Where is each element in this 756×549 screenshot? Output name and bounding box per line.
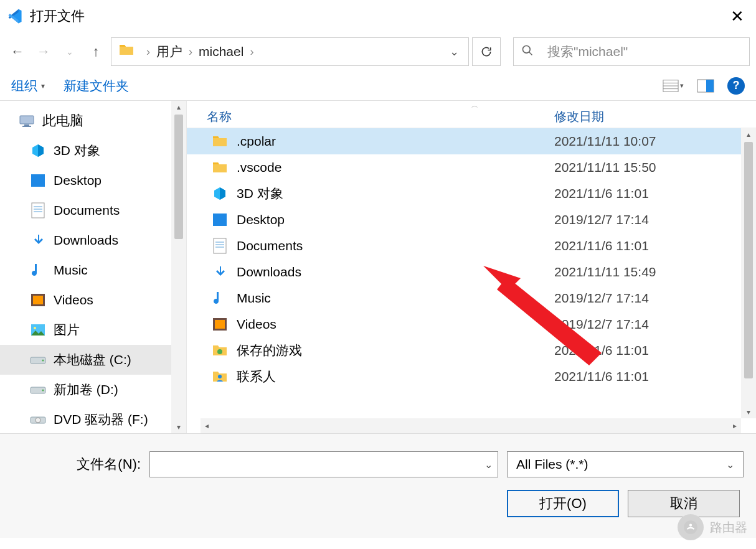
- sidebar-item[interactable]: 本地磁盘 (C:): [0, 345, 186, 375]
- file-name: Desktop: [237, 212, 285, 227]
- filename-input[interactable]: ⌄: [149, 451, 498, 477]
- sort-indicator-icon: ︿: [471, 101, 478, 110]
- chevron-down-icon: ▾: [41, 82, 45, 90]
- scroll-up-icon[interactable]: ▴: [177, 101, 181, 113]
- help-button[interactable]: ?: [727, 77, 745, 95]
- sidebar-item[interactable]: DVD 驱动器 (F:): [0, 405, 186, 433]
- svg-point-19: [34, 327, 36, 329]
- videos-icon: [212, 316, 228, 332]
- scroll-thumb[interactable]: [744, 142, 753, 378]
- sidebar-item[interactable]: 此电脑: [0, 106, 186, 136]
- svg-rect-17: [33, 296, 43, 304]
- sidebar-item-label: 本地磁盘 (C:): [54, 351, 131, 368]
- disk-icon: [30, 352, 46, 368]
- sidebar-item[interactable]: Downloads: [0, 225, 186, 255]
- file-name: 保存的游戏: [237, 342, 302, 359]
- forward-button[interactable]: →: [32, 40, 55, 63]
- file-row[interactable]: Downloads2021/11/11 15:49: [187, 259, 756, 285]
- desktop-icon: [212, 212, 228, 228]
- file-row[interactable]: Desktop2019/12/7 17:14: [187, 207, 756, 233]
- file-modified: 2021/11/6 11:01: [554, 369, 756, 384]
- sidebar-item[interactable]: 新加卷 (D:): [0, 375, 186, 405]
- sidebar-item[interactable]: 图片: [0, 315, 186, 345]
- toolbar: 组织▾ 新建文件夹 ▾ ?: [0, 71, 756, 101]
- svg-point-34: [218, 375, 222, 378]
- sidebar-item[interactable]: 3D 对象: [0, 136, 186, 166]
- file-row[interactable]: Music2019/12/7 17:14: [187, 285, 756, 311]
- pc-icon: [19, 113, 35, 129]
- file-list[interactable]: .cpolar2021/11/11 10:07.vscode2021/11/11…: [187, 128, 756, 433]
- sidebar-item[interactable]: Music: [0, 255, 186, 285]
- 3d-icon: [212, 185, 228, 202]
- file-row[interactable]: 保存的游戏2021/11/6 11:01: [187, 337, 756, 364]
- sidebar-item[interactable]: Desktop: [0, 166, 186, 195]
- chevron-down-icon: ⌄: [726, 459, 734, 471]
- search-input[interactable]: 搜索"michael": [513, 37, 750, 66]
- recent-dropdown[interactable]: ⌄: [59, 40, 81, 63]
- file-row[interactable]: .vscode2021/11/11 15:50: [187, 154, 756, 181]
- scroll-up-icon[interactable]: ▴: [747, 128, 750, 141]
- svg-rect-10: [22, 126, 31, 127]
- file-row[interactable]: 联系人2021/11/6 11:01: [187, 364, 756, 390]
- scroll-down-icon[interactable]: ▾: [747, 406, 750, 418]
- folder-icon: [119, 43, 136, 60]
- file-row[interactable]: Videos2019/12/7 17:14: [187, 311, 756, 337]
- refresh-button[interactable]: [472, 37, 501, 66]
- search-placeholder: 搜索"michael": [547, 43, 628, 60]
- content-scrollbar-vertical[interactable]: ▴ ▾: [741, 128, 756, 418]
- file-modified: 2021/11/11 15:50: [554, 160, 756, 175]
- file-row[interactable]: Documents2021/11/6 11:01: [187, 233, 756, 259]
- svg-rect-11: [31, 174, 45, 187]
- sidebar-item-label: 此电脑: [42, 111, 83, 130]
- preview-pane-button[interactable]: [695, 77, 716, 95]
- sidebar-item-label: Downloads: [54, 233, 118, 248]
- file-row[interactable]: 3D 对象2021/11/6 11:01: [187, 181, 756, 207]
- sidebar-item-label: DVD 驱动器 (F:): [54, 411, 148, 428]
- svg-line-1: [529, 52, 532, 55]
- svg-point-33: [217, 349, 222, 354]
- 3d-icon: [30, 143, 46, 159]
- cancel-button[interactable]: 取消: [628, 490, 740, 517]
- close-button[interactable]: ✕: [725, 7, 750, 26]
- filter-select[interactable]: All Files (*.*) ⌄: [507, 451, 744, 477]
- sidebar-item[interactable]: Documents: [0, 195, 186, 225]
- breadcrumb-users[interactable]: 用户: [156, 43, 182, 60]
- breadcrumb[interactable]: › 用户 › michael › ⌄: [111, 37, 469, 66]
- file-name: Documents: [237, 238, 303, 253]
- content-scrollbar-horizontal[interactable]: ◂ ▸: [201, 418, 741, 433]
- watermark-icon: [678, 514, 704, 540]
- file-name: .cpolar: [237, 134, 276, 149]
- file-name: 联系人: [237, 368, 276, 385]
- svg-rect-12: [32, 203, 44, 218]
- scroll-left-icon[interactable]: ◂: [201, 421, 213, 430]
- folder-icon: [212, 159, 228, 176]
- scroll-right-icon[interactable]: ▸: [729, 421, 741, 430]
- breadcrumb-dropdown[interactable]: ⌄: [443, 45, 465, 59]
- filename-label: 文件名(N):: [12, 455, 149, 474]
- column-modified[interactable]: 修改日期: [554, 108, 756, 125]
- view-details-button[interactable]: ▾: [663, 77, 684, 95]
- sidebar-scrollbar[interactable]: ▴ ▾: [171, 101, 186, 433]
- svg-point-21: [42, 360, 44, 362]
- chevron-right-icon: ›: [146, 45, 150, 59]
- chevron-down-icon[interactable]: ⌄: [484, 459, 493, 471]
- file-modified: 2021/11/6 11:01: [554, 238, 756, 253]
- scroll-thumb[interactable]: [174, 115, 183, 239]
- downloads-icon: [30, 232, 46, 248]
- contacts-icon: [212, 368, 228, 385]
- new-folder-button[interactable]: 新建文件夹: [64, 77, 129, 95]
- file-name: Music: [237, 291, 271, 306]
- sidebar-item[interactable]: Videos: [0, 285, 186, 315]
- open-button[interactable]: 打开(O): [507, 490, 619, 517]
- organize-button[interactable]: 组织▾: [11, 77, 45, 95]
- svg-rect-26: [213, 214, 227, 226]
- sidebar: 此电脑3D 对象DesktopDocumentsDownloadsMusicVi…: [0, 101, 187, 433]
- back-button[interactable]: ←: [6, 40, 29, 63]
- file-row[interactable]: .cpolar2021/11/11 10:07: [187, 128, 756, 154]
- up-button[interactable]: ↑: [85, 40, 107, 63]
- scroll-down-icon[interactable]: ▾: [177, 421, 181, 433]
- svg-rect-32: [215, 320, 225, 329]
- column-name[interactable]: 名称: [187, 108, 554, 125]
- sidebar-item-label: Documents: [54, 203, 120, 218]
- breadcrumb-michael[interactable]: michael: [199, 44, 243, 59]
